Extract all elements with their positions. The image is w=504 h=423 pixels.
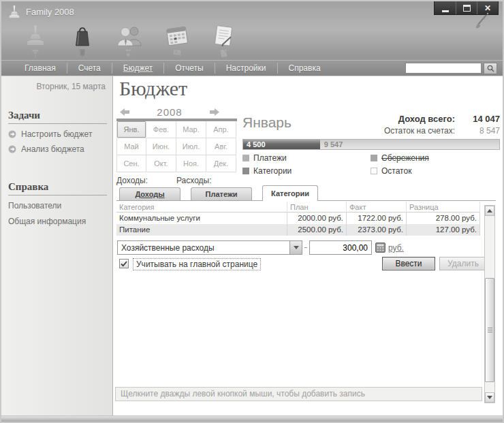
legend-swatch bbox=[371, 155, 377, 161]
totals-summary: Доход всего: 14 047 Остаток на счетах: 8… bbox=[384, 114, 500, 136]
amount-input[interactable] bbox=[309, 240, 372, 255]
prev-year-button[interactable] bbox=[120, 108, 130, 116]
main-page-checkbox-label[interactable]: Учитывать на главной странице bbox=[133, 258, 261, 270]
calendar-icon[interactable] bbox=[163, 22, 194, 60]
nav-item-budget[interactable]: Бюджет bbox=[112, 63, 163, 73]
expenses-group-label: Расходы: bbox=[176, 176, 212, 185]
income-total-label: Доход всего: bbox=[398, 114, 455, 124]
toolbar bbox=[1, 22, 503, 60]
month-cell[interactable]: Окт. bbox=[146, 155, 176, 172]
bar-rest-segment: 9 547 bbox=[320, 140, 499, 149]
budget-progress-bar: 4 500 9 547 bbox=[242, 139, 500, 150]
legend-item-payments[interactable]: Платежи bbox=[242, 153, 371, 163]
month-cell[interactable]: Янв. bbox=[116, 121, 146, 138]
category-select-value: Хозяйственные расходы bbox=[118, 243, 289, 253]
month-cell[interactable]: Июн. bbox=[146, 138, 176, 155]
tab-income[interactable]: Доходы bbox=[119, 187, 180, 200]
month-cell[interactable]: Ноя. bbox=[176, 155, 206, 172]
app-logo-icon bbox=[7, 4, 22, 19]
sidebar-item-label: Пользователи bbox=[8, 201, 61, 210]
month-grid: Янв. Фев. Мар. Апр. Май Июн. Июл. Авг. С… bbox=[116, 119, 237, 172]
arrow-icon bbox=[8, 145, 16, 153]
category-select[interactable]: Хозяйственные расходы bbox=[117, 240, 302, 255]
triangle-up-icon bbox=[487, 209, 492, 213]
sidebar-item-label: Анализ бюджета bbox=[21, 144, 84, 154]
nav-bar: Главная Счета Бюджет Отчеты Настройки Сп… bbox=[1, 60, 503, 76]
delete-button[interactable]: Удалить bbox=[439, 257, 487, 270]
categories-table: Категория План Факт Разница Коммунальные… bbox=[116, 202, 480, 236]
balance-value: 8 547 bbox=[479, 126, 500, 136]
arrow-right-icon bbox=[209, 108, 219, 116]
table-header: Категория План Факт Разница bbox=[116, 202, 480, 213]
sidebar-item-general-info[interactable]: Общая информация bbox=[8, 217, 107, 226]
search-input[interactable] bbox=[405, 63, 482, 74]
check-icon bbox=[121, 261, 127, 267]
month-cell[interactable]: Апр. bbox=[206, 121, 236, 138]
month-cell[interactable]: Фев. bbox=[146, 121, 176, 138]
arrow-left-icon bbox=[120, 108, 130, 116]
sidebar-item-setup-budget[interactable]: Настроить бюджет bbox=[8, 129, 107, 139]
calculator-icon[interactable] bbox=[375, 242, 385, 253]
month-cell[interactable]: Май bbox=[116, 138, 146, 155]
scrollbar-grip bbox=[488, 328, 492, 334]
users-icon[interactable] bbox=[116, 22, 147, 60]
nav-item-accounts[interactable]: Счета bbox=[67, 63, 112, 73]
month-cell[interactable]: Сен. bbox=[116, 155, 146, 172]
scrollbar-thumb[interactable] bbox=[485, 278, 494, 382]
title-bar: Family 2008 ✕ bbox=[1, 1, 503, 22]
month-cell[interactable]: Июл. bbox=[176, 138, 206, 155]
combo-dropdown-button[interactable] bbox=[289, 241, 302, 254]
table-row[interactable]: Питание 2500.00 руб. 2373.00 руб. 127.00… bbox=[116, 224, 480, 236]
brush-icon[interactable] bbox=[473, 11, 490, 30]
submit-button[interactable]: Ввести bbox=[382, 257, 435, 270]
scroll-up-button[interactable] bbox=[485, 206, 494, 216]
header: Family 2008 ✕ bbox=[1, 1, 503, 76]
tab-categories[interactable]: Категории bbox=[262, 185, 318, 201]
search-button[interactable] bbox=[484, 63, 497, 74]
search-icon bbox=[487, 65, 494, 72]
current-date: Вторник, 15 марта bbox=[8, 82, 107, 91]
month-cell[interactable]: Мар. bbox=[176, 121, 206, 138]
balance-label: Остаток на счетах: bbox=[384, 126, 455, 136]
nav-item-help[interactable]: Справка bbox=[278, 63, 332, 73]
main-page-checkbox[interactable] bbox=[119, 259, 129, 268]
legend-item-savings[interactable]: Сбережения bbox=[371, 153, 499, 163]
scroll-down-button[interactable] bbox=[485, 392, 494, 403]
sidebar-item-users[interactable]: Пользователи bbox=[8, 201, 107, 210]
help-heading: Справка bbox=[8, 181, 107, 193]
sidebar-item-budget-analysis[interactable]: Анализ бюджета bbox=[8, 144, 107, 154]
main-panel: Бюджет 2008 Янв. Фев. Ма bbox=[113, 76, 503, 416]
selected-month-title: Январь bbox=[242, 114, 292, 131]
divider bbox=[304, 247, 307, 248]
legend-item-categories[interactable]: Категории bbox=[242, 166, 371, 176]
table-row[interactable]: Коммунальные услуги 2000.00 руб. 1722.00… bbox=[116, 213, 480, 224]
legend-item-rest[interactable]: Остаток bbox=[371, 166, 499, 176]
income-total-value: 14 047 bbox=[473, 114, 500, 124]
next-year-button[interactable] bbox=[209, 108, 219, 116]
year-navigator: 2008 bbox=[120, 106, 219, 118]
statue-icon[interactable] bbox=[22, 22, 53, 60]
month-cell[interactable]: Авг. bbox=[206, 138, 236, 155]
legend-swatch bbox=[242, 168, 249, 174]
bar-legend: Платежи Сбережения Категории Остаток bbox=[242, 153, 499, 176]
nav-item-home[interactable]: Главная bbox=[14, 63, 67, 73]
tab-payments[interactable]: Платежи bbox=[191, 187, 252, 200]
nav-item-settings[interactable]: Настройки bbox=[215, 63, 277, 73]
window-footer bbox=[1, 416, 503, 422]
triangle-down-icon bbox=[487, 396, 492, 399]
vertical-scrollbar[interactable] bbox=[484, 205, 495, 403]
add-entry-hint[interactable]: Щелкните дважды левой кнопкой мыши, чтоб… bbox=[115, 387, 482, 401]
minimize-button[interactable] bbox=[435, 1, 456, 14]
sidebar-item-label: Настроить бюджет bbox=[21, 129, 92, 139]
income-group-label: Доходы: bbox=[116, 176, 148, 185]
chevron-down-icon bbox=[294, 246, 299, 249]
page-title: Бюджет bbox=[119, 77, 187, 100]
month-cell[interactable]: Дек. bbox=[206, 155, 236, 172]
app-window: Family 2008 ✕ bbox=[0, 0, 504, 423]
currency-link[interactable]: руб. bbox=[388, 243, 404, 253]
legend-swatch bbox=[242, 155, 249, 161]
nav-item-reports[interactable]: Отчеты bbox=[164, 63, 214, 73]
notebook-icon[interactable] bbox=[210, 22, 241, 60]
divider bbox=[8, 195, 107, 195]
shopping-bag-icon[interactable] bbox=[69, 22, 100, 60]
